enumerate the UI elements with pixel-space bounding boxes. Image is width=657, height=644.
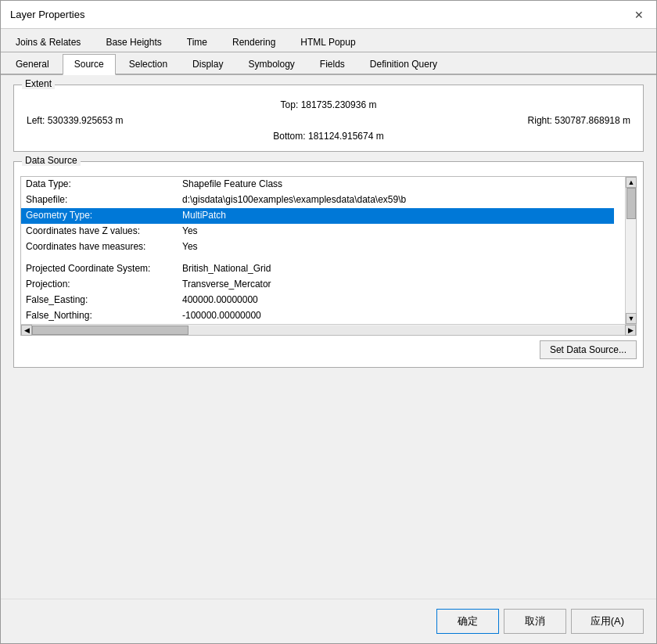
tab-joins-relates[interactable]: Joins & Relates	[4, 32, 92, 52]
h-scroll-thumb[interactable]	[32, 326, 188, 335]
tab-row-1: Joins & Relates Base Heights Time Render…	[1, 29, 656, 52]
tab-definition-query[interactable]: Definition Query	[358, 54, 449, 74]
footer: 确定 取消 应用(A)	[1, 599, 656, 643]
extent-right: Right: 530787.868918 m	[328, 115, 630, 126]
scroll-track	[626, 188, 636, 313]
tab-rendering[interactable]: Rendering	[221, 32, 287, 52]
table-row[interactable]: Geometry Type:MultiPatch	[21, 208, 614, 224]
tab-fields[interactable]: Fields	[308, 54, 357, 74]
data-spacer	[21, 255, 614, 261]
table-row[interactable]: Projection:Transverse_Mercator	[21, 277, 614, 293]
row-key: Coordinates have measures:	[26, 241, 182, 254]
extent-grid: Top: 181735.230936 m Left: 530339.925653…	[27, 99, 630, 142]
extent-content: Top: 181735.230936 m Left: 530339.925653…	[14, 85, 643, 151]
table-row[interactable]: False_Easting:400000.00000000	[21, 293, 614, 308]
table-row[interactable]: Coordinates have measures:Yes	[21, 239, 614, 255]
set-data-source-button[interactable]: Set Data Source...	[540, 340, 637, 359]
data-table-inner[interactable]: Data Type:Shapefile Feature ClassShapefi…	[21, 177, 625, 324]
tab-row-2: General Source Selection Display Symbolo…	[1, 52, 656, 75]
data-source-group: Data Source Data Type:Shapefile Feature …	[13, 161, 644, 368]
row-value: Yes	[182, 241, 609, 254]
tab-symbology[interactable]: Symbology	[236, 54, 306, 74]
data-source-legend: Data Source	[22, 155, 81, 166]
row-key: Shapefile:	[26, 194, 182, 207]
set-data-source-row: Set Data Source...	[20, 336, 637, 361]
apply-button[interactable]: 应用(A)	[571, 609, 644, 634]
table-row[interactable]: False_Northing:-100000.00000000	[21, 308, 614, 324]
extent-left: Left: 530339.925653 m	[27, 115, 328, 126]
scroll-thumb[interactable]	[626, 188, 636, 219]
ok-button[interactable]: 确定	[436, 609, 499, 634]
extent-legend: Extent	[22, 78, 55, 89]
top-label: Top:	[281, 99, 299, 110]
row-key: Projection:	[26, 279, 182, 291]
title-bar: Layer Properties ✕	[1, 1, 656, 29]
row-value: Transverse_Mercator	[182, 279, 609, 291]
tab-time[interactable]: Time	[175, 32, 219, 52]
row-key: Coordinates have Z values:	[26, 225, 182, 238]
row-key: False_Northing:	[26, 310, 182, 322]
horizontal-scrollbar[interactable]: ◀ ▶	[21, 324, 636, 335]
row-key: Geometry Type:	[26, 210, 182, 222]
bottom-label: Bottom:	[273, 131, 305, 142]
scroll-up-arrow[interactable]: ▲	[626, 177, 637, 188]
cancel-button[interactable]: 取消	[504, 609, 566, 634]
table-row[interactable]: Coordinates have Z values:Yes	[21, 224, 614, 239]
row-value: 400000.00000000	[182, 294, 609, 307]
extent-bottom: Bottom: 181124.915674 m	[27, 131, 630, 142]
extent-group: Extent Top: 181735.230936 m Left: 530339…	[13, 85, 644, 152]
vertical-scrollbar[interactable]: ▲ ▼	[625, 177, 636, 324]
row-value: Yes	[182, 225, 609, 238]
close-button[interactable]: ✕	[631, 7, 647, 23]
tab-general[interactable]: General	[4, 54, 61, 74]
table-row[interactable]: Shapefile:d:\gisdata\gis100examples\exam…	[21, 192, 614, 208]
row-value: d:\gisdata\gis100examples\examplesdata\d…	[182, 194, 609, 207]
row-value: British_National_Grid	[182, 263, 609, 275]
top-value: 181735.230936 m	[301, 99, 377, 110]
tab-source[interactable]: Source	[63, 54, 116, 75]
bottom-value: 181124.915674 m	[308, 131, 384, 142]
extent-top: Top: 181735.230936 m	[27, 99, 630, 110]
row-key: Data Type:	[26, 178, 182, 191]
table-row[interactable]: Data Type:Shapefile Feature Class	[21, 177, 614, 192]
table-row[interactable]: Projected Coordinate System:British_Nati…	[21, 261, 614, 277]
h-scroll-track	[32, 326, 625, 335]
tab-display[interactable]: Display	[181, 54, 235, 74]
scroll-down-arrow[interactable]: ▼	[626, 313, 637, 324]
row-value: Shapefile Feature Class	[182, 178, 609, 191]
row-key: False_Easting:	[26, 294, 182, 307]
layer-properties-dialog: Layer Properties ✕ Joins & Relates Base …	[0, 0, 657, 644]
dialog-title: Layer Properties	[10, 9, 84, 20]
tab-base-heights[interactable]: Base Heights	[94, 32, 173, 52]
data-table-wrapper: Data Type:Shapefile Feature ClassShapefi…	[20, 176, 637, 336]
data-table-container: Data Type:Shapefile Feature ClassShapefi…	[21, 177, 636, 324]
tab-selection[interactable]: Selection	[117, 54, 179, 74]
scroll-left-arrow[interactable]: ◀	[21, 325, 32, 336]
tab-html-popup[interactable]: HTML Popup	[289, 32, 367, 52]
data-source-content: Data Type:Shapefile Feature ClassShapefi…	[14, 162, 643, 367]
row-key: Projected Coordinate System:	[26, 263, 182, 275]
row-value: -100000.00000000	[182, 310, 609, 322]
scroll-right-arrow[interactable]: ▶	[625, 325, 636, 336]
row-value: MultiPatch	[182, 210, 609, 222]
content-area: Extent Top: 181735.230936 m Left: 530339…	[1, 75, 656, 599]
